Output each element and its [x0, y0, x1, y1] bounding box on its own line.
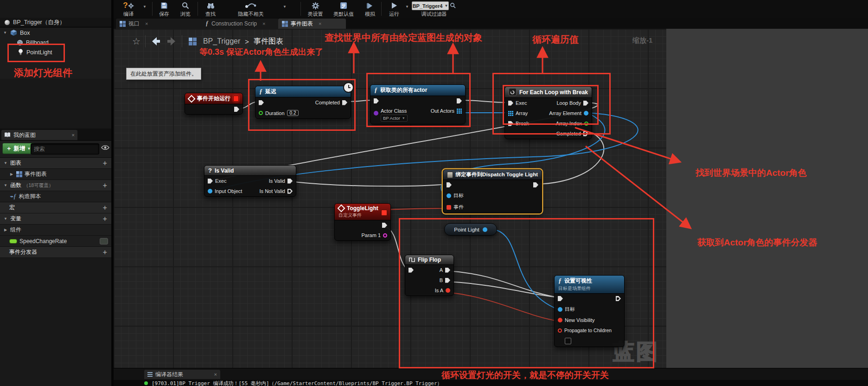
compiler-results-tab[interactable]: 编译器结果 × — [144, 370, 220, 379]
is-a-bool-pin[interactable] — [446, 288, 450, 293]
expander-icon[interactable]: ▼ — [3, 217, 8, 221]
close-icon[interactable]: × — [72, 132, 75, 138]
forward-arrow-icon[interactable] — [166, 36, 177, 46]
break-pin[interactable] — [508, 121, 513, 126]
node-get-all-actors-of-class[interactable]: ƒ 获取类的所有actor Actor Class BP Actor ▼ Out… — [370, 84, 466, 124]
section-event-dispatchers[interactable]: 事件分发器 ＋ — [0, 247, 111, 258]
compile-options-caret[interactable]: ▼ — [143, 5, 147, 9]
component-box[interactable]: ▼ Box — [0, 28, 111, 38]
node-event-begin-play[interactable]: 事件开始运行 — [185, 93, 243, 115]
propagate-checkbox[interactable] — [565, 338, 571, 344]
propagate-pin[interactable] — [558, 328, 562, 333]
exec-in-pin[interactable] — [447, 182, 452, 187]
my-blueprint-search[interactable] — [31, 143, 99, 154]
row-speedchangerate-variable[interactable]: SpeedChangeRate — [0, 236, 111, 247]
event-delegate-pin[interactable] — [447, 205, 451, 210]
add-graph-button[interactable]: ＋ — [102, 159, 108, 167]
play-button[interactable]: 运行 — [384, 1, 404, 18]
array-in-pin[interactable] — [508, 111, 513, 116]
tab-viewport[interactable]: 视口 × — [116, 19, 202, 29]
back-arrow-icon[interactable] — [150, 36, 161, 46]
browse-button[interactable]: 浏览 — [175, 1, 196, 18]
section-macros[interactable]: 宏 ＋ — [0, 202, 111, 213]
favorite-star-icon[interactable]: ☆ — [132, 36, 140, 47]
class-settings-button[interactable]: 类设置 — [303, 1, 327, 18]
expander-icon[interactable]: ▶ — [3, 228, 8, 232]
exec-out-pin[interactable] — [382, 223, 387, 228]
exec-out-pin[interactable] — [533, 182, 538, 187]
exec-out-pin[interactable] — [342, 100, 347, 105]
exec-in-pin[interactable] — [374, 98, 379, 103]
section-functions[interactable]: ▼ 函数 （18可覆盖） ＋ — [0, 180, 111, 191]
exec-out-pin[interactable] — [457, 98, 462, 103]
tab-event-graph[interactable]: 事件图表 × — [278, 19, 346, 29]
breadcrumb-root[interactable]: BP_Trigger — [203, 37, 240, 45]
compile-button[interactable]: ? 编译 — [113, 1, 144, 18]
completed-pin[interactable] — [583, 131, 588, 136]
exec-out-pin[interactable] — [234, 107, 239, 112]
expander-icon[interactable]: ▶ — [9, 172, 14, 176]
node-delay[interactable]: ƒ 延迟 Completed Duration 0.2 — [255, 86, 351, 119]
object-out-pin[interactable] — [483, 227, 487, 232]
expander-icon[interactable]: ▼ — [3, 183, 8, 187]
array-index-pin[interactable] — [584, 122, 588, 126]
node-is-valid[interactable]: ? Is Valid Exec Is Valid Input Object Is… — [204, 165, 296, 197]
section-graphs[interactable]: ▼ 图表 ＋ — [0, 158, 111, 169]
exec-in-pin[interactable] — [208, 179, 213, 184]
close-icon[interactable]: × — [145, 21, 148, 26]
target-pin[interactable] — [447, 193, 451, 198]
object-in-pin[interactable] — [208, 189, 212, 193]
exec-out-pin[interactable] — [616, 296, 621, 301]
component-pointlight[interactable]: PointLight — [0, 47, 111, 57]
eye-filter-icon[interactable] — [101, 145, 109, 150]
delegate-out-pin[interactable] — [381, 210, 387, 216]
target-pin[interactable] — [558, 307, 562, 312]
loop-body-pin[interactable] — [583, 101, 588, 106]
float-pin[interactable] — [259, 111, 263, 115]
hide-unrelated-button[interactable]: 隐藏不相关 — [223, 1, 278, 18]
array-out-pin[interactable] — [457, 109, 462, 114]
array-element-pin[interactable] — [584, 111, 588, 116]
row-construction-script[interactable]: ⌁ƒ 构造脚本 — [0, 191, 111, 202]
my-blueprint-tab[interactable]: 我的蓝图 × — [1, 130, 77, 140]
expander-icon[interactable]: ▼ — [3, 31, 7, 35]
row-event-graph[interactable]: ▶ 事件图表 — [0, 169, 111, 180]
close-icon[interactable]: × — [319, 21, 321, 26]
add-macro-button[interactable]: ＋ — [102, 204, 108, 212]
class-defaults-button[interactable]: 类默认值 — [329, 1, 358, 18]
a-out-pin[interactable] — [445, 268, 450, 273]
node-flip-flop[interactable]: Flip Flop A B Is A — [405, 255, 454, 296]
param-pin[interactable] — [383, 233, 387, 238]
exec-in-pin[interactable] — [508, 101, 513, 106]
is-not-valid-out-pin[interactable] — [287, 189, 293, 194]
new-visibility-pin[interactable] — [558, 318, 562, 322]
add-dispatcher-button[interactable]: ＋ — [102, 248, 108, 257]
actor-class-dropdown[interactable]: BP Actor ▼ — [381, 115, 408, 122]
simulate-button[interactable]: 模拟 — [360, 1, 380, 18]
debug-search-icon[interactable] — [450, 2, 456, 8]
find-button[interactable]: 查找 — [200, 1, 221, 18]
save-button[interactable]: 保存 — [154, 1, 174, 18]
b-out-pin[interactable] — [445, 278, 450, 283]
close-icon[interactable]: × — [214, 372, 217, 377]
exec-in-pin[interactable] — [408, 268, 414, 273]
node-set-visibility[interactable]: ƒ 设置可视性 目标是场景组件 目标 New Visibility Propag… — [554, 275, 625, 347]
debug-object-dropdown[interactable]: BP_Trigger4 ▼ — [412, 1, 449, 10]
expander-icon[interactable]: ▼ — [3, 161, 8, 165]
close-icon[interactable]: × — [262, 21, 265, 26]
component-billboard[interactable]: Billboard — [0, 38, 111, 47]
section-variables[interactable]: ▼ 变量 ＋ — [0, 213, 111, 225]
node-point-light-variable[interactable]: Point Light — [444, 223, 497, 236]
node-for-each-loop-with-break[interactable]: For Each Loop with Break Exec Loop Body … — [504, 86, 592, 139]
add-function-button[interactable]: ＋ — [102, 181, 108, 190]
node-bind-event-to-dispatch-toggle-light[interactable]: 绑定事件到Dispatch Toggle Light 目标 事件 — [443, 169, 542, 213]
breadcrumb-current[interactable]: 事件图表 — [254, 37, 283, 46]
node-toggle-light-custom-event[interactable]: ToggleLight 自定义事件 Param 1 — [334, 203, 391, 241]
add-new-button[interactable]: ＋ 新增 ▼ — [2, 143, 34, 154]
tab-construction-script[interactable]: ƒ Construction Scrip × — [202, 19, 279, 29]
class-pin[interactable] — [374, 111, 378, 116]
exec-in-pin[interactable] — [558, 296, 563, 301]
play-options-caret[interactable]: ▼ — [405, 5, 409, 9]
duration-value-field[interactable]: 0.2 — [287, 110, 299, 116]
add-variable-button[interactable]: ＋ — [102, 215, 108, 223]
